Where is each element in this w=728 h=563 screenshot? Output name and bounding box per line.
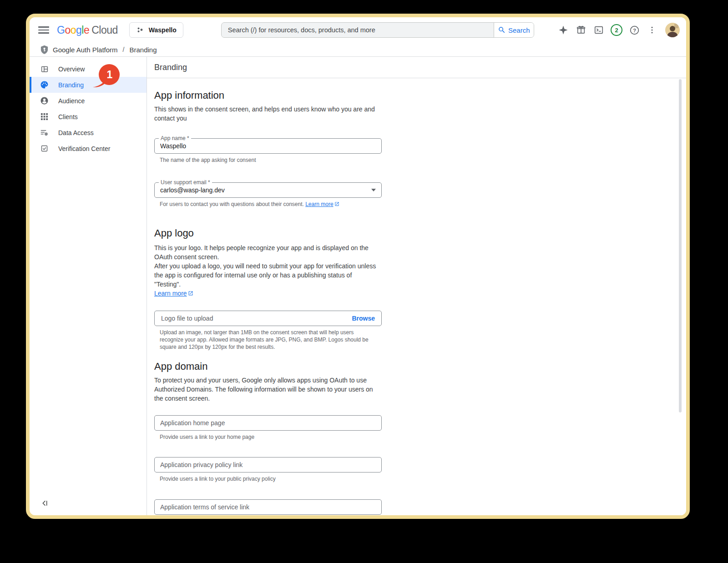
sidebar-item-label: Verification Center	[58, 145, 110, 152]
shield-key-icon	[40, 45, 49, 54]
avatar[interactable]	[665, 23, 680, 37]
main-panel: Branding App information This shows in t…	[147, 57, 686, 515]
breadcrumb: Google Auth Platform / Branding	[30, 43, 686, 57]
privacy-policy-field	[154, 457, 382, 473]
breadcrumb-root[interactable]: Google Auth Platform	[53, 46, 118, 54]
app-domain-heading: App domain	[154, 361, 382, 372]
sidebar-item-audience[interactable]: Audience	[30, 93, 147, 109]
learn-more-link[interactable]: Learn more	[305, 201, 333, 207]
callout-badge-number: 1	[104, 69, 115, 81]
callout-badge: 1	[92, 64, 120, 89]
breadcrumb-separator: /	[123, 46, 125, 53]
vertical-scrollbar[interactable]	[679, 79, 682, 412]
privacy-policy-helper: Provide users a link to your public priv…	[160, 475, 382, 483]
help-icon[interactable]: ?	[628, 24, 640, 36]
sidebar-item-overview[interactable]: Overview	[30, 61, 147, 77]
search-icon	[498, 26, 506, 35]
search-button-label: Search	[508, 26, 530, 34]
sidebar-item-verification-center[interactable]: Verification Center	[30, 141, 147, 156]
external-link-icon	[334, 201, 339, 208]
browse-button[interactable]: Browse	[352, 315, 375, 322]
gift-icon[interactable]	[575, 24, 587, 36]
app-logo-description-2: After you upload a logo, you will need t…	[154, 261, 379, 289]
logo-letter: o	[65, 24, 70, 36]
project-selector[interactable]: Waspello	[129, 22, 183, 38]
app-logo-learn-more: Learn more	[154, 289, 379, 298]
google-cloud-logo[interactable]: GoogleCloud	[57, 24, 118, 36]
home-page-helper: Provide users a link to your home page	[160, 433, 382, 441]
app-logo-heading: App logo	[154, 227, 382, 239]
verification-icon	[40, 144, 49, 153]
search-button[interactable]: Search	[494, 23, 534, 37]
notification-count: 2	[615, 27, 618, 34]
sidebar-item-clients[interactable]: Clients	[30, 109, 147, 125]
sidebar-item-data-access[interactable]: Data Access	[30, 125, 147, 141]
app-name-label: App name *	[159, 136, 191, 141]
app-logo-description-1: This is your logo. It helps people recog…	[154, 243, 379, 261]
chevron-down-icon	[371, 189, 376, 191]
app-domain-description: To protect you and your users, Google on…	[154, 376, 379, 403]
app-name-field: App name *	[154, 138, 382, 154]
terms-of-service-field	[154, 499, 382, 515]
sidebar-item-label: Overview	[58, 65, 85, 73]
helper-text: For users to contact you with questions …	[160, 201, 305, 207]
privacy-policy-input[interactable]	[155, 457, 381, 472]
gemini-icon[interactable]	[557, 24, 569, 36]
clients-grid-icon	[40, 112, 49, 121]
main-header: Branding	[147, 57, 686, 78]
logo-cloud-text: Cloud	[91, 24, 118, 36]
more-options-icon[interactable]	[646, 24, 658, 36]
logo-upload-placeholder: Logo file to upload	[161, 315, 352, 322]
support-email-field[interactable]: User support email * carlos@wasp-lang.de…	[154, 182, 382, 198]
sidebar-item-label: Clients	[58, 113, 78, 121]
sidebar: Overview Branding Audience	[30, 57, 147, 515]
project-icon	[136, 26, 145, 35]
external-link-icon	[188, 289, 193, 298]
notifications-badge[interactable]: 2	[611, 24, 622, 36]
overview-icon	[40, 65, 49, 73]
learn-more-link[interactable]: Learn more	[154, 290, 187, 297]
search-input[interactable]: Search (/) for resources, docs, products…	[222, 23, 494, 37]
logo-letter: g	[76, 24, 81, 36]
terms-of-service-input[interactable]	[155, 500, 381, 514]
collapse-sidebar-icon[interactable]	[41, 500, 49, 507]
page-title: Branding	[154, 63, 187, 72]
cloud-shell-icon[interactable]	[593, 24, 605, 36]
logo-upload-field[interactable]: Logo file to upload Browse	[154, 311, 382, 326]
app-name-helper: The name of the app asking for consent	[160, 156, 382, 164]
sidebar-item-branding[interactable]: Branding	[30, 77, 147, 93]
menu-icon[interactable]	[38, 25, 49, 35]
browser-window: GoogleCloud Waspello Search (/) for reso…	[26, 14, 690, 519]
logo-upload-helper: Upload an image, not larger than 1MB on …	[160, 329, 374, 351]
app-information-description: This shows in the consent screen, and he…	[154, 105, 379, 123]
home-page-input[interactable]	[155, 416, 381, 430]
logo-letter: o	[71, 24, 76, 36]
svg-text:?: ?	[633, 27, 636, 33]
logo-letter: G	[57, 24, 65, 36]
project-name: Waspello	[149, 26, 177, 34]
home-page-field	[154, 415, 382, 431]
breadcrumb-current: Branding	[129, 46, 157, 54]
data-access-icon	[40, 128, 49, 137]
sidebar-item-label: Branding	[58, 81, 84, 89]
sidebar-item-label: Data Access	[58, 129, 94, 136]
logo-letter: e	[84, 24, 89, 36]
audience-icon	[40, 96, 49, 105]
topbar-actions: 2 ?	[557, 23, 680, 37]
sidebar-item-label: Audience	[58, 97, 85, 105]
search-bar: Search (/) for resources, docs, products…	[221, 22, 534, 38]
app-information-heading: App information	[154, 90, 382, 101]
palette-icon	[40, 80, 49, 89]
support-email-label: User support email *	[159, 180, 212, 185]
support-email-helper: For users to contact you with questions …	[160, 201, 382, 208]
top-bar: GoogleCloud Waspello Search (/) for reso…	[30, 17, 686, 43]
